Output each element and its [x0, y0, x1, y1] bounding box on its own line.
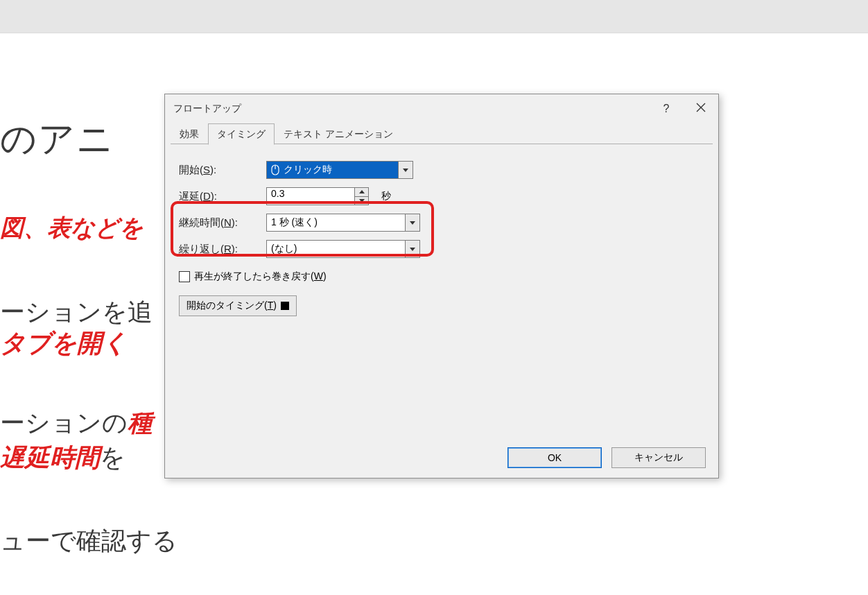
mouse-icon — [271, 164, 279, 175]
repeat-combo[interactable]: (なし) — [266, 240, 420, 258]
start-value: クリック時 — [284, 164, 332, 176]
row-rewind: 再生が終了したら巻き戻す(W) — [179, 265, 704, 288]
bg-line-7: ューで確認する — [0, 524, 177, 558]
dialog-title: フロートアップ — [173, 103, 241, 115]
label-duration: 継続時間(N): — [179, 216, 261, 230]
ok-button[interactable]: OK — [507, 447, 602, 468]
bg-line-5: ーションの種 — [0, 406, 153, 440]
close-button[interactable] — [684, 94, 718, 123]
help-button[interactable]: ? — [649, 94, 684, 123]
bg-line-4: タブを開く — [0, 326, 128, 361]
delay-spin-up[interactable] — [355, 188, 368, 196]
bg-line-3: ーションを追 — [0, 295, 153, 329]
delay-unit: 秒 — [381, 190, 391, 202]
expand-marker-icon — [281, 302, 289, 310]
repeat-value: (なし) — [266, 240, 405, 258]
chevron-down-icon — [410, 221, 415, 225]
duration-combo[interactable]: 1 秒 (速く) — [266, 214, 420, 232]
start-timing-button[interactable]: 開始のタイミング(T) — [179, 295, 297, 316]
delay-value[interactable]: 0.3 — [266, 187, 355, 205]
row-delay: 遅延(D): 0.3 秒 — [179, 183, 704, 209]
float-up-dialog: フロートアップ ? 効果 タイミング テキスト アニメーション 開始(S): ク… — [164, 94, 719, 478]
tab-panel-timing: 開始(S): クリック時 遅延(D): 0.3 — [165, 144, 718, 438]
bg-title-fragment: のアニ — [0, 114, 114, 165]
cancel-button[interactable]: キャンセル — [611, 447, 706, 468]
tab-text-animation[interactable]: テキスト アニメーション — [275, 123, 402, 144]
ribbon-bar — [0, 0, 868, 33]
duration-dropdown-button[interactable] — [405, 214, 420, 232]
chevron-down-icon — [403, 169, 408, 172]
bg-line-6: 遅延時間を — [0, 440, 125, 475]
repeat-dropdown-button[interactable] — [405, 240, 420, 258]
triangle-down-icon — [359, 199, 365, 202]
close-icon — [696, 103, 706, 115]
start-dropdown-button[interactable] — [398, 161, 413, 179]
rewind-checkbox[interactable] — [179, 271, 190, 282]
label-delay: 遅延(D): — [179, 190, 261, 203]
row-duration: 継続時間(N): 1 秒 (速く) — [179, 209, 704, 236]
start-combo[interactable]: クリック時 — [266, 161, 413, 179]
chevron-down-icon — [410, 248, 415, 251]
label-start: 開始(S): — [179, 164, 261, 177]
delay-spin-down[interactable] — [355, 196, 368, 205]
label-rewind: 再生が終了したら巻き戻す(W) — [194, 270, 327, 283]
tab-timing[interactable]: タイミング — [208, 123, 275, 145]
delay-spinner[interactable]: 0.3 — [266, 187, 369, 205]
duration-value: 1 秒 (速く) — [266, 214, 405, 232]
label-repeat: 繰り返し(R): — [179, 243, 261, 256]
bg-line-2: 図、表などを — [0, 212, 144, 245]
dialog-tabbar: 効果 タイミング テキスト アニメーション — [165, 123, 718, 144]
row-repeat: 繰り返し(R): (なし) — [179, 236, 704, 262]
dialog-titlebar[interactable]: フロートアップ ? — [165, 94, 718, 123]
triangle-up-icon — [359, 190, 365, 193]
tab-effect[interactable]: 効果 — [171, 123, 208, 144]
row-start: 開始(S): クリック時 — [179, 157, 704, 183]
dialog-footer: OK キャンセル — [165, 438, 718, 478]
